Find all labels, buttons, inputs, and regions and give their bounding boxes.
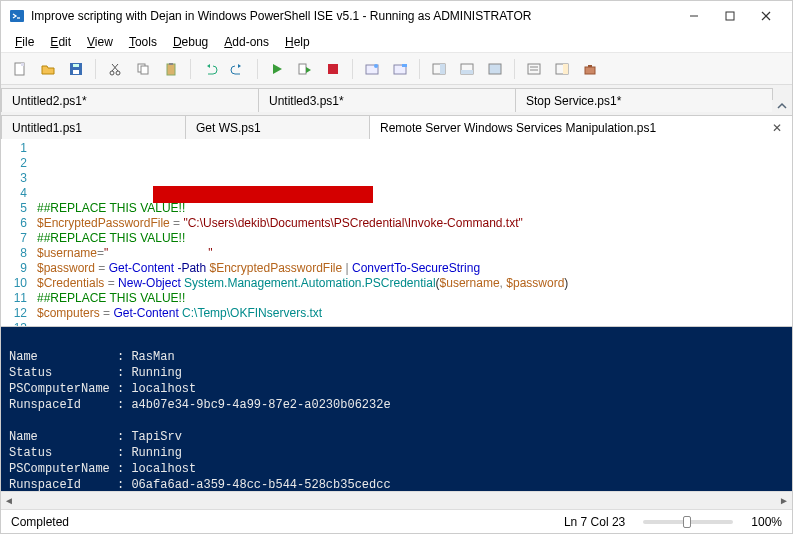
- redaction-overlay: [153, 186, 373, 200]
- maximize-button[interactable]: [712, 2, 748, 30]
- svg-point-11: [116, 71, 120, 75]
- titlebar: Improve scripting with Dejan in Windows …: [1, 1, 792, 31]
- tab-strip-files: Untitled1.ps1 Get WS.ps1 Remote Server W…: [1, 112, 792, 139]
- svg-rect-35: [588, 65, 592, 67]
- console-output[interactable]: Name : RasMan Status : Running PSCompute…: [1, 327, 792, 491]
- svg-rect-15: [141, 66, 148, 74]
- svg-rect-34: [585, 67, 595, 74]
- scroll-left-arrow[interactable]: ◄: [1, 493, 17, 509]
- tab-untitled1[interactable]: Untitled1.ps1: [1, 115, 186, 139]
- svg-rect-25: [440, 64, 445, 74]
- svg-rect-23: [402, 64, 407, 67]
- svg-rect-8: [73, 70, 79, 74]
- svg-rect-33: [563, 64, 568, 74]
- code-area[interactable]: ##REPLACE THIS VALUE!!$EncryptedPassword…: [33, 139, 792, 326]
- svg-point-21: [374, 64, 378, 68]
- copy-button[interactable]: [130, 57, 156, 81]
- svg-rect-2: [726, 12, 734, 20]
- tab-untitled3[interactable]: Untitled3.ps1*: [258, 88, 516, 112]
- tab-strip-outer: Untitled2.ps1* Untitled3.ps1* Stop Servi…: [1, 85, 792, 112]
- scroll-right-arrow[interactable]: ►: [776, 493, 792, 509]
- undo-button[interactable]: [197, 57, 223, 81]
- menubar: File Edit View Tools Debug Add-ons Help: [1, 31, 792, 53]
- svg-rect-17: [169, 63, 173, 65]
- run-script-button[interactable]: [264, 57, 290, 81]
- svg-rect-9: [73, 64, 79, 67]
- new-remote-tab-button[interactable]: [359, 57, 385, 81]
- svg-rect-29: [528, 64, 540, 74]
- status-bar: Completed Ln 7 Col 23 100%: [1, 509, 792, 533]
- status-text: Completed: [11, 515, 69, 529]
- menu-edit[interactable]: Edit: [42, 33, 79, 51]
- cursor-position: Ln 7 Col 23: [564, 515, 625, 529]
- run-selection-button[interactable]: [292, 57, 318, 81]
- window-title: Improve scripting with Dejan in Windows …: [31, 9, 676, 23]
- svg-rect-16: [167, 64, 175, 75]
- menu-tools[interactable]: Tools: [121, 33, 165, 51]
- layout-right-button[interactable]: [426, 57, 452, 81]
- menu-addons[interactable]: Add-ons: [216, 33, 277, 51]
- paste-button[interactable]: [158, 57, 184, 81]
- collapse-up-button[interactable]: [772, 100, 792, 112]
- menu-help[interactable]: Help: [277, 33, 318, 51]
- svg-rect-6: [21, 63, 24, 66]
- menu-debug[interactable]: Debug: [165, 33, 216, 51]
- scroll-track[interactable]: [17, 494, 776, 508]
- toolbox-button[interactable]: [577, 57, 603, 81]
- app-icon: [9, 8, 25, 24]
- minimize-button[interactable]: [676, 2, 712, 30]
- zoom-slider[interactable]: [643, 520, 733, 524]
- svg-rect-19: [328, 64, 338, 74]
- layout-full-button[interactable]: [482, 57, 508, 81]
- line-number-gutter: 12345678910111213: [1, 139, 33, 326]
- tab-get-ws[interactable]: Get WS.ps1: [185, 115, 370, 139]
- new-file-button[interactable]: [7, 57, 33, 81]
- menu-view[interactable]: View: [79, 33, 121, 51]
- zoom-thumb[interactable]: [683, 516, 691, 528]
- svg-rect-28: [489, 64, 501, 74]
- svg-rect-18: [299, 64, 306, 74]
- toolbar: [1, 53, 792, 85]
- zoom-level: 100%: [751, 515, 782, 529]
- stop-button[interactable]: [320, 57, 346, 81]
- tab-untitled2[interactable]: Untitled2.ps1*: [1, 88, 259, 112]
- redo-button[interactable]: [225, 57, 251, 81]
- open-file-button[interactable]: [35, 57, 61, 81]
- show-command-pane-button[interactable]: [521, 57, 547, 81]
- svg-point-10: [110, 71, 114, 75]
- cut-button[interactable]: [102, 57, 128, 81]
- tab-stop-service[interactable]: Stop Service.ps1*: [515, 88, 773, 112]
- save-button[interactable]: [63, 57, 89, 81]
- menu-file[interactable]: File: [7, 33, 42, 51]
- redaction-overlay-2: [153, 200, 373, 203]
- show-command-addon-button[interactable]: [549, 57, 575, 81]
- start-remote-button[interactable]: [387, 57, 413, 81]
- layout-bottom-button[interactable]: [454, 57, 480, 81]
- tab-close-button[interactable]: ✕: [772, 121, 782, 135]
- script-editor[interactable]: 12345678910111213 ##REPLACE THIS VALUE!!…: [1, 139, 792, 327]
- close-button[interactable]: [748, 2, 784, 30]
- horizontal-scrollbar[interactable]: ◄ ►: [1, 491, 792, 509]
- svg-rect-27: [461, 70, 473, 74]
- tab-remote-server[interactable]: Remote Server Windows Services Manipulat…: [369, 115, 793, 139]
